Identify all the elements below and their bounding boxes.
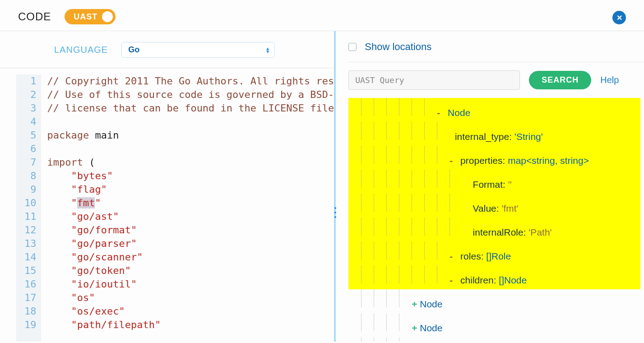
expanded-node: - Node internal_type: 'String' - propert… bbox=[348, 98, 640, 289]
line-gutter: 12345678910111213141516171819 bbox=[16, 74, 41, 342]
select-arrows-icon: ▲▼ bbox=[265, 47, 270, 53]
properties-row[interactable]: - properties: map<string, string> bbox=[348, 146, 640, 170]
line-number: 12 bbox=[24, 223, 37, 237]
children-value[interactable]: []Node bbox=[499, 271, 527, 289]
uast-toggle[interactable]: UAST bbox=[65, 9, 116, 24]
code-line[interactable] bbox=[47, 142, 334, 156]
code-line[interactable]: "fmt" bbox=[47, 196, 334, 210]
roles-row[interactable]: - roles: []Role bbox=[348, 241, 640, 265]
show-locations-row: Show locations bbox=[348, 31, 644, 62]
code-line[interactable]: // license that can be found in the LICE… bbox=[47, 102, 334, 115]
language-selected-value: Go bbox=[128, 45, 139, 54]
code-line[interactable]: "os" bbox=[47, 291, 334, 305]
line-number: 11 bbox=[24, 210, 37, 223]
format-row: Format: '' bbox=[348, 170, 640, 194]
code-line[interactable]: "flag" bbox=[47, 183, 334, 196]
language-row: LANGUAGE Go ▲▼ bbox=[0, 31, 334, 68]
format-value: '' bbox=[508, 176, 512, 194]
line-number: 10 bbox=[24, 196, 37, 210]
line-number: 15 bbox=[24, 264, 37, 278]
collapse-toggle[interactable]: - bbox=[449, 152, 458, 170]
main: LANGUAGE Go ▲▼ 1234567891011121314151617… bbox=[0, 31, 644, 342]
search-button[interactable]: SEARCH bbox=[529, 71, 591, 89]
code-line[interactable]: "path/filepath" bbox=[47, 318, 334, 332]
editor-selection: fmt bbox=[77, 197, 95, 209]
collapsed-node[interactable]: + Node bbox=[348, 289, 640, 313]
properties-type[interactable]: map<string, string> bbox=[508, 152, 589, 170]
topbar: CODE UAST ✕ bbox=[0, 0, 644, 31]
show-locations-checkbox[interactable] bbox=[348, 43, 357, 51]
toggle-knob-icon bbox=[102, 11, 113, 22]
code-line[interactable] bbox=[47, 115, 334, 129]
uast-toggle-label: UAST bbox=[74, 12, 97, 22]
language-label: LANGUAGE bbox=[54, 45, 108, 55]
collapsed-node[interactable]: + Node bbox=[348, 313, 640, 337]
code-line[interactable]: import ( bbox=[47, 156, 334, 169]
collapse-toggle[interactable]: - bbox=[449, 247, 458, 265]
node-title[interactable]: Node bbox=[420, 319, 442, 337]
collapse-toggle[interactable]: - bbox=[437, 104, 445, 122]
line-number: 14 bbox=[24, 250, 37, 264]
internal-role-value: 'Path' bbox=[528, 223, 551, 241]
code-line[interactable]: "io/ioutil" bbox=[47, 278, 334, 291]
code-editor[interactable]: 12345678910111213141516171819 // Copyrig… bbox=[0, 68, 334, 342]
line-number: 2 bbox=[24, 88, 37, 102]
line-number: 19 bbox=[24, 318, 37, 332]
pane-drag-handle[interactable] bbox=[333, 207, 338, 218]
close-button[interactable]: ✕ bbox=[612, 11, 626, 24]
internal-type-value[interactable]: 'String' bbox=[514, 128, 543, 146]
value-row: Value: 'fmt' bbox=[348, 194, 640, 218]
language-select[interactable]: Go ▲▼ bbox=[121, 42, 275, 58]
left-pane: LANGUAGE Go ▲▼ 1234567891011121314151617… bbox=[0, 31, 336, 342]
code-line[interactable]: "go/ast" bbox=[47, 210, 334, 223]
line-number: 1 bbox=[24, 74, 37, 88]
show-locations-label[interactable]: Show locations bbox=[365, 41, 431, 53]
help-link[interactable]: Help bbox=[600, 75, 619, 85]
expand-toggle[interactable]: + bbox=[412, 295, 420, 313]
code-tab-label[interactable]: CODE bbox=[18, 10, 51, 23]
right-pane: Show locations SEARCH Help - Node intern… bbox=[336, 31, 644, 342]
children-row[interactable]: - children: []Node bbox=[348, 265, 640, 289]
value-value: 'fmt' bbox=[501, 199, 518, 218]
code-line[interactable]: package main bbox=[47, 129, 334, 142]
code-line[interactable]: "bytes" bbox=[47, 169, 334, 183]
code-line[interactable]: "os/exec" bbox=[47, 305, 334, 318]
code-line[interactable]: "go/format" bbox=[47, 223, 334, 237]
uast-query-input[interactable] bbox=[348, 70, 520, 90]
line-number: 4 bbox=[24, 115, 37, 129]
code-content[interactable]: // Copyright 2011 The Go Authors. All ri… bbox=[41, 74, 334, 342]
line-number: 17 bbox=[24, 291, 37, 305]
line-number: 9 bbox=[24, 183, 37, 196]
line-number: 7 bbox=[24, 156, 37, 169]
internal-type-row: internal_type: 'String' bbox=[348, 122, 640, 146]
line-number: 3 bbox=[24, 102, 37, 115]
code-line[interactable]: "go/scanner" bbox=[47, 250, 334, 264]
close-icon: ✕ bbox=[616, 14, 622, 22]
code-line[interactable]: "go/parser" bbox=[47, 237, 334, 250]
roles-value[interactable]: []Role bbox=[486, 247, 511, 265]
line-number: 13 bbox=[24, 237, 37, 250]
node-title[interactable]: Node bbox=[420, 295, 442, 313]
code-line[interactable]: "go/token" bbox=[47, 264, 334, 278]
line-number: 16 bbox=[24, 278, 37, 291]
line-number: 5 bbox=[24, 129, 37, 142]
node-header[interactable]: - Node bbox=[348, 98, 640, 122]
uast-tree[interactable]: - Node internal_type: 'String' - propert… bbox=[348, 98, 644, 342]
code-line[interactable]: // Copyright 2011 The Go Authors. All ri… bbox=[47, 74, 334, 88]
node-title[interactable]: Node bbox=[448, 104, 470, 122]
collapse-toggle[interactable]: - bbox=[449, 271, 458, 289]
collapsed-node[interactable]: + Node bbox=[348, 337, 640, 342]
line-number: 8 bbox=[24, 169, 37, 183]
line-number: 18 bbox=[24, 305, 37, 318]
collapsed-node-list: + Node+ Node+ Node+ Node+ Node bbox=[348, 289, 640, 342]
expand-toggle[interactable]: + bbox=[412, 319, 420, 337]
line-number: 6 bbox=[24, 142, 37, 156]
internal-role-row: internalRole: 'Path' bbox=[348, 218, 640, 241]
code-line[interactable]: // Use of this source code is governed b… bbox=[47, 88, 334, 102]
query-row: SEARCH Help bbox=[348, 62, 644, 98]
